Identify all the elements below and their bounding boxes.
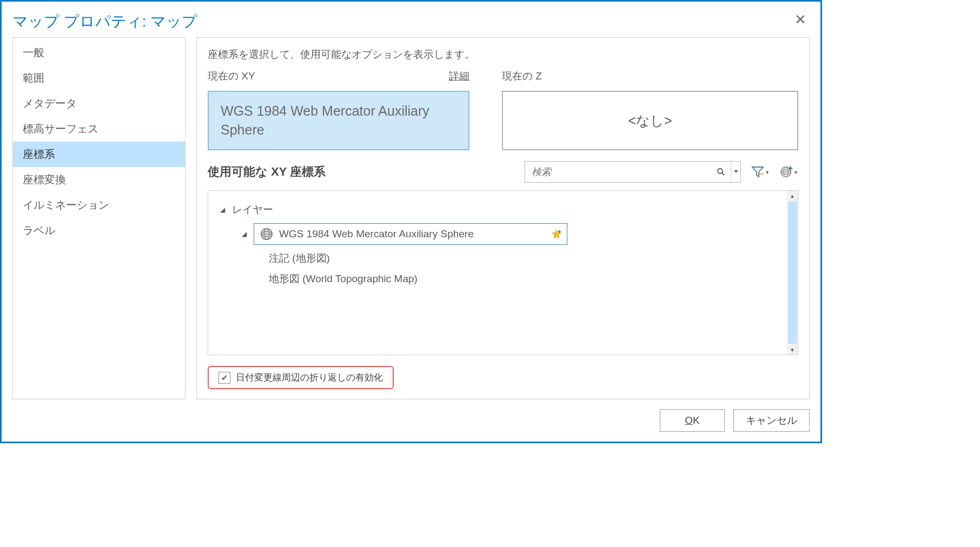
current-xy-label: 現在の XY <box>208 69 255 83</box>
wrap-date-line-label: 日付変更線周辺の折り返しの有効化 <box>236 371 383 384</box>
titlebar: マップ プロパティ: マップ ✕ <box>2 2 820 37</box>
available-xy-label: 使用可能な XY 座標系 <box>208 164 326 180</box>
current-z-box[interactable]: <なし> <box>502 91 798 150</box>
sidebar-item-illumination[interactable]: イルミネーション <box>13 192 185 218</box>
coordinate-tree-panel: ◢ レイヤー ◢ <box>208 190 798 355</box>
funnel-icon <box>751 165 765 179</box>
sidebar-item-labels[interactable]: ラベル <box>13 218 185 243</box>
tree-node-layers[interactable]: ◢ レイヤー <box>220 199 782 220</box>
svg-rect-5 <box>759 174 764 174</box>
sidebar-item-general[interactable]: 一般 <box>13 40 185 65</box>
dialog-title: マップ プロパティ: マップ <box>12 11 197 32</box>
search-dropdown-icon[interactable] <box>731 162 740 182</box>
collapse-icon[interactable]: ◢ <box>242 230 249 238</box>
sidebar-item-extent[interactable]: 範囲 <box>13 65 185 91</box>
tree-node-wgs1984[interactable]: WGS 1984 Web Mercator Auxiliary Sphere <box>254 223 567 245</box>
svg-marker-2 <box>734 170 738 173</box>
scroll-up-icon[interactable]: ▲ <box>787 191 798 201</box>
current-values-row: WGS 1984 Web Mercator Auxiliary Sphere <… <box>208 91 798 150</box>
favorite-star-icon[interactable] <box>552 229 561 239</box>
tree-leaf-label: 注記 (地形図) <box>269 251 330 265</box>
scroll-thumb[interactable] <box>788 202 797 344</box>
search-input[interactable] <box>525 166 711 178</box>
tree-node-label: レイヤー <box>232 203 273 217</box>
main-panel: 座標系を選択して、使用可能なオプションを表示します。 現在の XY 詳細 現在の… <box>196 37 810 399</box>
search-box <box>525 161 741 183</box>
tree-node-selected-wrap: ◢ WGS 1984 Web Mercator Auxiliary Sphere <box>220 220 782 248</box>
label-row: 現在の XY 詳細 現在の Z <box>208 69 798 83</box>
svg-rect-4 <box>752 167 764 168</box>
instruction-text: 座標系を選択して、使用可能なオプションを表示します。 <box>208 48 798 62</box>
date-line-wrap-option: ✔ 日付変更線周辺の折り返しの有効化 <box>208 366 394 389</box>
dialog-body: 一般 範囲 メタデータ 標高サーフェス 座標系 座標変換 イルミネーション ラベ… <box>2 37 820 399</box>
chevron-down-icon: ▾ <box>766 169 769 175</box>
collapse-icon: ◢ <box>220 206 228 214</box>
add-coordinate-system-button[interactable]: ▾ <box>778 164 798 180</box>
current-xy-box[interactable]: WGS 1984 Web Mercator Auxiliary Sphere <box>208 91 469 150</box>
sidebar-item-elevation-surface[interactable]: 標高サーフェス <box>13 116 185 142</box>
cancel-button[interactable]: キャンセル <box>733 409 810 432</box>
vertical-scrollbar[interactable]: ▲ ▼ <box>787 191 798 355</box>
chevron-down-icon: ▾ <box>794 169 797 175</box>
filter-button[interactable]: ▾ <box>750 164 770 180</box>
tree-leaf-annotation[interactable]: 注記 (地形図) <box>220 248 782 269</box>
tree-content: ◢ レイヤー ◢ <box>208 191 787 355</box>
globe-icon <box>260 227 274 241</box>
svg-marker-3 <box>752 167 763 177</box>
ok-button[interactable]: OK <box>660 409 725 432</box>
search-icon[interactable] <box>711 162 731 182</box>
sidebar-item-coordinate-system[interactable]: 座標系 <box>13 142 185 167</box>
details-link[interactable]: 詳細 <box>449 69 469 83</box>
tree-leaf-label: 地形図 (World Topographic Map) <box>269 272 418 286</box>
current-z-label: 現在の Z <box>502 69 542 83</box>
sidebar-item-metadata[interactable]: メタデータ <box>13 91 185 116</box>
available-header-row: 使用可能な XY 座標系 ▾ <box>208 161 798 183</box>
sidebar-item-transformation[interactable]: 座標変換 <box>13 167 185 192</box>
tree-node-label: WGS 1984 Web Mercator Auxiliary Sphere <box>279 228 474 240</box>
svg-line-1 <box>722 173 724 175</box>
dialog-window: マップ プロパティ: マップ ✕ 一般 範囲 メタデータ 標高サーフェス 座標系… <box>0 0 822 443</box>
svg-point-0 <box>718 169 723 174</box>
close-icon[interactable]: ✕ <box>791 11 810 28</box>
scroll-down-icon[interactable]: ▼ <box>787 345 798 355</box>
wrap-date-line-checkbox[interactable]: ✔ <box>218 372 230 384</box>
sidebar: 一般 範囲 メタデータ 標高サーフェス 座標系 座標変換 イルミネーション ラベ… <box>12 37 186 399</box>
tree-leaf-topographic[interactable]: 地形図 (World Topographic Map) <box>220 269 782 289</box>
globe-add-icon <box>779 165 793 179</box>
dialog-footer: OK キャンセル <box>2 399 820 442</box>
